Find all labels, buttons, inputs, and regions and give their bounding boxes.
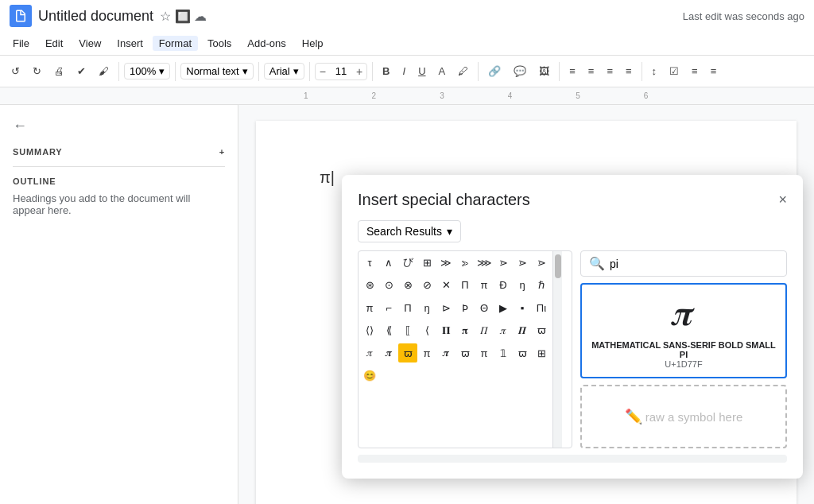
- char-cell[interactable]: π: [475, 276, 494, 295]
- draw-symbol-box[interactable]: ✏️ raw a symbol here: [580, 385, 787, 448]
- char-cell[interactable]: ▪: [513, 298, 532, 317]
- char-cell[interactable]: ⊗: [398, 276, 417, 295]
- align-right-button[interactable]: ≡: [602, 63, 618, 79]
- link-button[interactable]: 🔗: [483, 63, 506, 79]
- highlight-button[interactable]: 🖊: [453, 63, 473, 79]
- char-cell[interactable]: ϖ: [455, 343, 475, 362]
- summary-add-icon[interactable]: +: [219, 147, 225, 157]
- char-cell[interactable]: 😊: [360, 366, 379, 386]
- char-cell[interactable]: π: [417, 343, 436, 362]
- image-button[interactable]: 🖼: [534, 63, 554, 79]
- menu-insert[interactable]: Insert: [110, 36, 149, 51]
- char-cell[interactable]: ∧: [379, 253, 398, 272]
- menu-help[interactable]: Help: [296, 36, 330, 51]
- char-cell[interactable]: π: [475, 343, 494, 362]
- comment-button[interactable]: 💬: [509, 63, 531, 79]
- menu-tools[interactable]: Tools: [201, 36, 238, 51]
- char-cell[interactable]: ⋗: [513, 253, 532, 272]
- char-cell[interactable]: ⟨: [417, 321, 436, 340]
- char-cell[interactable]: ϖ: [513, 343, 532, 362]
- menu-view[interactable]: View: [72, 36, 107, 51]
- char-cell[interactable]: 𝝅: [436, 343, 455, 362]
- redo-button[interactable]: ↻: [28, 63, 46, 79]
- char-cell[interactable]: ⋗: [532, 253, 551, 272]
- numbered-list-button[interactable]: ≡: [706, 63, 722, 79]
- char-cell[interactable]: ⋗: [494, 253, 513, 272]
- bold-button[interactable]: B: [378, 63, 394, 79]
- bullet-list-button[interactable]: ≡: [687, 63, 703, 79]
- checklist-button[interactable]: ☑: [665, 63, 684, 79]
- char-cell[interactable]: ŋ: [513, 276, 532, 295]
- char-scrollbar[interactable]: [552, 251, 562, 448]
- char-cell[interactable]: Πι: [532, 298, 551, 317]
- char-cell[interactable]: Π: [455, 276, 475, 295]
- char-cell[interactable]: 𝝅: [379, 343, 398, 362]
- font-color-button[interactable]: A: [434, 63, 451, 79]
- justify-button[interactable]: ≡: [621, 63, 637, 79]
- insert-special-chars-dialog[interactable]: Insert special characters × Search Resul…: [342, 175, 803, 479]
- char-cell[interactable]: ≫: [436, 253, 455, 272]
- zoom-dropdown[interactable]: 100% ▾: [124, 63, 170, 79]
- char-cell[interactable]: ⟨⟩: [360, 321, 379, 340]
- search-input[interactable]: [610, 258, 778, 270]
- char-cell[interactable]: ϖ: [532, 321, 551, 340]
- char-cell[interactable]: ⊘: [417, 276, 436, 295]
- paint-format-button[interactable]: 🖌: [94, 63, 114, 79]
- char-cell[interactable]: 𝜫: [513, 321, 532, 340]
- char-cell[interactable]: ⊞: [417, 253, 436, 272]
- menu-format[interactable]: Format: [153, 36, 198, 51]
- underline-button[interactable]: U: [413, 63, 430, 79]
- document-title[interactable]: Untitled document: [38, 8, 153, 25]
- char-cell[interactable]: 𝚷: [436, 321, 455, 340]
- char-cell[interactable]: ⋙: [475, 253, 494, 272]
- sidebar-back-button[interactable]: ←: [13, 118, 225, 134]
- char-cell[interactable]: ⊛: [360, 276, 379, 295]
- align-left-button[interactable]: ≡: [564, 63, 580, 79]
- char-cell[interactable]: 𝛑: [455, 321, 475, 340]
- dialog-close-button[interactable]: ×: [778, 192, 787, 208]
- char-cell[interactable]: 𝟙: [494, 343, 513, 362]
- print-button[interactable]: 🖨: [49, 63, 69, 79]
- menu-addons[interactable]: Add-ons: [241, 36, 292, 51]
- char-cell[interactable]: び: [398, 253, 417, 272]
- char-grid[interactable]: τ∧び⊞≫⪢⋙⋗⋗⋗⊛⊙⊗⊘✕ΠπÐŋℏπ⌐Πŋ⊳ϷΘ▶▪Πι⟨⟩⟪⟦⟨𝚷𝛑𝛱𝜋…: [359, 251, 552, 390]
- undo-button[interactable]: ↺: [6, 63, 25, 79]
- spell-check-button[interactable]: ✔: [72, 63, 91, 79]
- char-cell[interactable]: ⟦: [398, 321, 417, 340]
- char-cell[interactable]: Θ: [475, 298, 494, 317]
- char-cell[interactable]: Ð: [494, 276, 513, 295]
- char-cell[interactable]: Ϸ: [455, 298, 475, 317]
- char-cell[interactable]: ℏ: [532, 276, 551, 295]
- font-size-value[interactable]: 11: [330, 64, 352, 79]
- char-cell[interactable]: ⟪: [379, 321, 398, 340]
- char-cell[interactable]: ⊞: [532, 343, 551, 362]
- font-dropdown[interactable]: Arial ▾: [264, 63, 304, 79]
- char-cell[interactable]: ⊙: [379, 276, 398, 295]
- char-cell[interactable]: 𝛱: [475, 321, 494, 340]
- italic-button[interactable]: I: [398, 63, 411, 79]
- menu-edit[interactable]: Edit: [39, 36, 69, 51]
- font-size-minus[interactable]: −: [316, 64, 330, 79]
- char-cell[interactable]: Π: [398, 298, 417, 317]
- char-cell[interactable]: 𝜋: [360, 343, 379, 362]
- char-cell[interactable]: ▶: [494, 298, 513, 317]
- dialog-bottom-scrollbar[interactable]: [358, 455, 787, 463]
- line-spacing-button[interactable]: ↕: [647, 63, 662, 79]
- menu-file[interactable]: File: [6, 36, 36, 51]
- char-cell[interactable]: τ: [360, 253, 379, 272]
- char-cell[interactable]: ϖ: [398, 343, 417, 362]
- char-cell[interactable]: ⌐: [379, 298, 398, 317]
- char-cell[interactable]: π: [360, 298, 379, 317]
- char-cell[interactable]: 𝜋: [494, 321, 513, 340]
- char-cell[interactable]: ⪢: [455, 253, 475, 272]
- zoom-chevron: ▾: [159, 65, 165, 77]
- char-cell[interactable]: ✕: [436, 276, 455, 295]
- font-size-plus[interactable]: +: [352, 64, 366, 79]
- char-grid-panel: τ∧び⊞≫⪢⋙⋗⋗⋗⊛⊙⊗⊘✕ΠπÐŋℏπ⌐Πŋ⊳ϷΘ▶▪Πι⟨⟩⟪⟦⟨𝚷𝛑𝛱𝜋…: [358, 250, 572, 448]
- font-size-control: − 11 +: [315, 63, 367, 80]
- style-dropdown[interactable]: Normal text ▾: [180, 63, 253, 79]
- char-cell[interactable]: ŋ: [417, 298, 436, 317]
- char-cell[interactable]: ⊳: [436, 298, 455, 317]
- align-center-button[interactable]: ≡: [583, 63, 599, 79]
- category-dropdown[interactable]: Search Results ▾: [358, 220, 461, 242]
